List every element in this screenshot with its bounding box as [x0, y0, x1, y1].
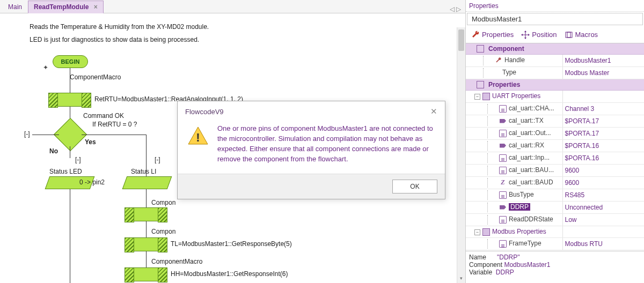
- connector-icon: [499, 204, 507, 211]
- ok-button[interactable]: OK: [392, 180, 437, 193]
- statusled-text: 0 -> pin2: [79, 178, 105, 186]
- selected-component-name[interactable]: ModbusMaster1: [467, 13, 643, 25]
- property-value: Low: [562, 213, 644, 226]
- collapse-icon[interactable]: −: [474, 229, 480, 235]
- properties-tree[interactable]: Component Handle ModbusMaster1 Type Modb…: [466, 43, 644, 251]
- property-row[interactable]: BusTypeRS485: [466, 189, 644, 201]
- property-key: cal_uart::CHA...: [509, 105, 554, 112]
- log-panel: Name "DDRP" Component ModbusMaster1 Vari…: [466, 251, 644, 283]
- scroll-thumb[interactable]: [458, 29, 464, 51]
- property-value: $PORTA.16: [562, 152, 644, 164]
- connector-icon: [499, 117, 507, 125]
- flow-macro-1[interactable]: [48, 93, 91, 107]
- property-value: $PORTA.16: [562, 139, 644, 152]
- scroll-down-icon[interactable]: ▾: [457, 275, 465, 283]
- prop-tab-macros[interactable]: Macros: [565, 31, 598, 39]
- flow-output-right[interactable]: [122, 176, 172, 189]
- flow-begin[interactable]: BEGIN: [53, 55, 88, 68]
- macro3-title: Compon: [151, 228, 175, 235]
- property-row[interactable]: cal_uart::CHA...Channel 3: [466, 103, 644, 115]
- statusled-title: Status LED: [49, 168, 82, 175]
- svg-text:!: !: [196, 131, 200, 144]
- macro4-text: HH=ModbusMaster1::GetResponseInt(6): [171, 270, 288, 278]
- folder-icon: [482, 228, 490, 236]
- property-key: ReadDDRState: [509, 215, 553, 223]
- property-icon: [499, 240, 507, 248]
- position-icon: [521, 31, 530, 39]
- property-key: cal_uart::RX: [509, 142, 544, 149]
- scrollbar-vertical[interactable]: ▴ ▾: [457, 27, 465, 283]
- property-icon: [499, 216, 507, 224]
- close-icon[interactable]: ✕: [430, 107, 437, 116]
- section-icon: [477, 45, 484, 53]
- row-handle[interactable]: Handle ModbusMaster1: [466, 55, 644, 67]
- property-key: cal_uart::BAU...: [509, 166, 554, 174]
- property-value: $PORTA.17: [562, 127, 644, 139]
- property-row[interactable]: cal_uart::RX$PORTA.16: [466, 139, 644, 152]
- property-value: $PORTA.17: [562, 115, 644, 127]
- section-component[interactable]: Component: [466, 43, 644, 55]
- dialog-message: One or more pins of component ModbusMast…: [217, 124, 435, 164]
- close-icon[interactable]: ×: [94, 3, 98, 11]
- flow-macro-4[interactable]: [125, 267, 167, 281]
- prop-tab-position[interactable]: Position: [521, 31, 557, 39]
- properties-panel-title: Properties: [466, 0, 644, 12]
- collapse-no[interactable]: [-]: [24, 130, 30, 138]
- tab-readtempmodule[interactable]: ReadTempModule ×: [28, 1, 104, 13]
- row-modbus-properties[interactable]: −Modbus Properties: [466, 226, 644, 238]
- svg-rect-1: [567, 32, 570, 38]
- flow-macro-2[interactable]: [125, 207, 167, 221]
- macro3-text: TL=ModbusMaster1::GetResponseByte(5): [171, 240, 292, 248]
- property-icon: [499, 105, 507, 113]
- property-key: cal_uart::TX: [509, 117, 544, 124]
- property-row[interactable]: ReadDDRStateLow: [466, 213, 644, 226]
- property-row[interactable]: cal_uart::Out...$PORTA.17: [466, 127, 644, 139]
- decision-text: If RetRTU = 0 ?: [92, 121, 137, 128]
- property-row[interactable]: FrameTypeModbus RTU: [466, 238, 644, 250]
- section-properties[interactable]: Properties: [466, 79, 644, 91]
- row-type[interactable]: Type Modbus Master: [466, 67, 644, 79]
- macro1-title: ComponentMacro: [70, 73, 121, 81]
- property-icon: [499, 130, 507, 137]
- property-row[interactable]: Zcal_uart::BAUD9600: [466, 176, 644, 189]
- connector-icon: [499, 142, 507, 150]
- decision-no: No: [49, 147, 58, 155]
- editor-tab-bar: Main ReadTempModule × ◁ ▷: [0, 0, 465, 13]
- tab-label: ReadTempModule: [34, 3, 89, 11]
- tab-main[interactable]: Main: [2, 1, 28, 13]
- property-value: Unconnected: [562, 201, 644, 213]
- row-uart-properties[interactable]: −UART Properties: [466, 91, 644, 102]
- property-icon: [499, 191, 507, 199]
- property-key: cal_uart::BAUD: [509, 178, 553, 186]
- macro4-title: ComponentMacro: [151, 258, 202, 265]
- warning-dialog: FlowcodeV9 ✕ ! One or more pins of compo…: [177, 101, 445, 199]
- property-row[interactable]: cal_uart::TX$PORTA.17: [466, 115, 644, 127]
- property-value: Channel 3: [562, 103, 644, 115]
- statusled2-title: Status LI: [131, 168, 156, 175]
- description-line-2: LED is just for diagnostics to show data…: [30, 36, 199, 43]
- flow-macro-3[interactable]: [125, 237, 167, 251]
- property-value: Modbus RTU: [562, 238, 644, 250]
- property-key: DDRP: [509, 203, 530, 211]
- property-row[interactable]: cal_uart::BAU...9600: [466, 164, 644, 176]
- property-value: RS485: [562, 189, 644, 201]
- macros-icon: [565, 31, 573, 39]
- property-icon: [499, 167, 507, 174]
- property-key: BusType: [509, 191, 534, 198]
- collapse-yes-left[interactable]: [-]: [75, 156, 81, 163]
- property-row[interactable]: cal_uart::Inp...$PORTA.16: [466, 152, 644, 164]
- prop-tab-properties[interactable]: Properties: [471, 31, 514, 39]
- tab-nav-arrows[interactable]: ◁ ▷: [450, 5, 461, 13]
- property-key: FrameType: [509, 240, 541, 247]
- decision-yes: Yes: [85, 138, 96, 146]
- collapse-icon[interactable]: −: [474, 94, 480, 100]
- property-icon: [499, 154, 507, 162]
- collapse-yes-right[interactable]: [-]: [155, 156, 160, 163]
- svg-rect-0: [566, 32, 572, 38]
- numeric-icon: Z: [499, 179, 507, 187]
- wrench-icon: [495, 57, 502, 64]
- folder-icon: [482, 93, 490, 100]
- property-row[interactable]: DDRPUnconnected: [466, 201, 644, 213]
- entry-marker: ✦: [43, 64, 48, 71]
- property-value: 9600: [562, 164, 644, 176]
